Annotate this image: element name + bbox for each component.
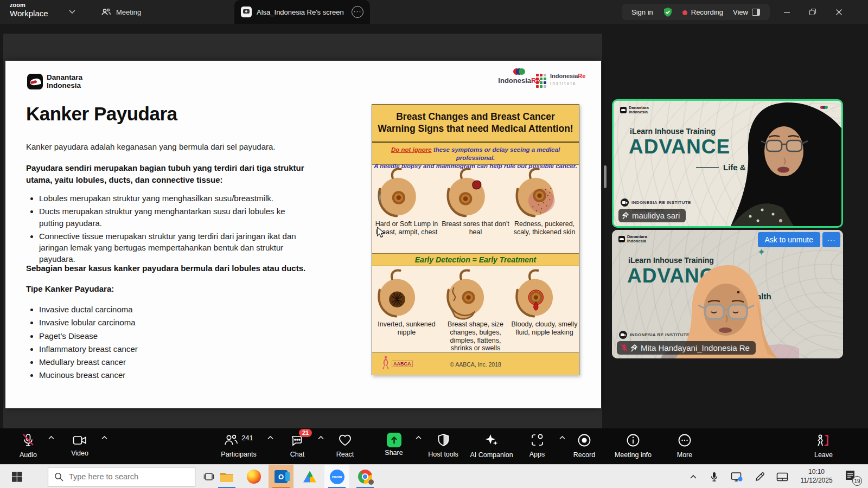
tile-more-options-button[interactable]: ··· (822, 232, 840, 247)
apps-icon (531, 433, 544, 447)
taskbar-zoom[interactable]: zoom (324, 465, 349, 488)
microphone-muted-icon (621, 344, 628, 352)
participants-count: 241 (241, 434, 253, 442)
shield-icon (437, 433, 450, 447)
taskbar-firefox[interactable] (241, 465, 266, 488)
clock-time: 10:10 (793, 467, 840, 476)
more-button[interactable]: More (652, 433, 717, 459)
recording-dot-icon (682, 10, 687, 15)
slide-intro: Kanker payudara adalah keganasan yang be… (26, 142, 275, 151)
ai-sparkle-icon (484, 433, 499, 447)
window-close-button[interactable] (829, 0, 848, 24)
institute-watermark: INDONESIA RE INSTITUTE (619, 331, 690, 339)
inverted-nipple-illustration (372, 268, 422, 320)
chat-unread-badge: 21 (299, 429, 312, 437)
google-drive-icon (303, 471, 316, 483)
tab-options-ellipsis-icon[interactable]: ··· (352, 6, 363, 18)
workspace-chevron-down-icon[interactable] (68, 9, 76, 14)
types-heading: Tipe Kanker Payudara: (26, 284, 114, 293)
taskbar-file-explorer[interactable] (214, 465, 239, 488)
breast-lump-illustration (372, 167, 423, 220)
tab-meeting[interactable]: Meeting (93, 0, 149, 24)
danantara-logo: DanantaraIndonesia (27, 74, 82, 89)
tray-display-icon[interactable] (726, 465, 748, 488)
tab-screen-share[interactable]: Alsa_Indonesia Re's screen ··· (234, 0, 370, 24)
firefox-icon (247, 470, 261, 484)
screen-share-icon (241, 7, 252, 17)
infographic-row-1: Hard or Soft Lump in breast, armpit, che… (372, 165, 579, 253)
zoom-icon: zoom (330, 470, 344, 484)
taskbar-google-drive[interactable] (297, 465, 322, 488)
tray-pen-icon[interactable] (750, 465, 769, 488)
notification-center-button[interactable]: 19 (844, 470, 858, 484)
video-tile-maulidya[interactable]: DanantaraIndonesia :::::: iLearn Inhouse… (612, 99, 843, 228)
list-item: Mucinous breast cancer (39, 369, 310, 381)
ellipsis-circle-icon (678, 433, 692, 447)
info-icon (626, 433, 640, 447)
zoom-workplace-logo: zoom Workplace (10, 2, 48, 17)
tray-show-hidden-icons[interactable] (684, 465, 703, 488)
taskbar-clock[interactable]: 10:10 11/12/2025 (793, 467, 840, 485)
indonesia-re-institute-logo: IndonesiaRe Institute (536, 73, 585, 88)
notification-count-badge: 19 (852, 476, 862, 486)
view-button[interactable]: View (733, 8, 760, 16)
institute-watermark: INDONESIA RE INSTITUTE (621, 198, 691, 207)
list-item: Ducts merupakan struktur yang menghantar… (39, 206, 310, 229)
microphone-muted-icon (22, 433, 35, 447)
video-camera-icon (73, 433, 87, 447)
taskbar-search[interactable] (48, 467, 195, 486)
titlebar: zoom Workplace Meeting Alsa_Indonesia Re… (0, 0, 868, 24)
share-screen-icon (387, 433, 401, 447)
mouse-cursor (376, 227, 387, 239)
breast-sore-illustration (441, 167, 492, 220)
infographic-footer: AABCA © AABCA, Inc. 2018 (372, 353, 579, 375)
camera-badge-icon (619, 331, 627, 339)
tray-microphone-icon[interactable] (704, 465, 724, 488)
list-item: Connective tissue merupakan struktur yan… (39, 230, 310, 265)
windows-taskbar: O zoom (0, 464, 868, 488)
clock-date: 11/12/2025 (793, 476, 840, 485)
video-tile-mita[interactable]: DanantaraIndonesia iLearn Inhouse Traini… (612, 230, 843, 358)
taskbar-chrome[interactable] (353, 465, 378, 488)
danantara-mini-logo: DanantaraIndonesia (618, 235, 647, 243)
tray-touchpad-icon[interactable] (771, 465, 793, 488)
chrome-icon (358, 470, 372, 484)
presentation-slide: DanantaraIndonesia IndonesiaRe Indonesia… (5, 61, 601, 408)
ask-to-unmute-button[interactable]: Ask to unmute (758, 232, 821, 247)
danantara-logo-icon (27, 74, 43, 89)
leave-button[interactable]: Leave (791, 433, 856, 459)
window-restore-button[interactable] (803, 0, 822, 24)
structure-list: Lobules merupakan struktur yang menghasi… (28, 192, 310, 267)
taskbar-outlook[interactable]: O (269, 465, 293, 488)
security-shield-icon[interactable] (663, 7, 673, 17)
sign-in-button[interactable]: Sign in (631, 8, 653, 16)
video-options-chevron[interactable] (101, 435, 108, 441)
participant-name-maulidya: maulidya sari (618, 209, 686, 222)
pink-ribbon-icon (382, 356, 390, 370)
view-layout-icon (752, 9, 760, 16)
outlook-icon: O (275, 470, 288, 483)
panel-resize-handle[interactable] (604, 165, 607, 188)
list-item: Inflammatory breast cancer (39, 343, 310, 355)
list-item: Invasive lobular carcinoma (39, 317, 310, 328)
infographic-warning: Do not ignore these symptoms or delay se… (372, 143, 579, 165)
window-minimize-button[interactable] (777, 0, 796, 24)
search-input[interactable] (69, 472, 183, 481)
dot-grid-icon (536, 74, 546, 88)
breast-shape-change-illustration (441, 268, 491, 320)
start-button[interactable] (4, 465, 29, 488)
aabca-logo: AABCA (382, 356, 413, 370)
participant-name-mita: Mita Handayani_Indonesia Re (617, 341, 756, 355)
infographic-row-2: Inverted, sunkened nipple Breast shape, … (372, 266, 579, 353)
slide-title: Kanker Payudara (26, 103, 177, 125)
search-icon (54, 472, 63, 481)
slide-note: Sebagian besar kasus kanker payudara ber… (26, 264, 362, 273)
people-icon (101, 8, 111, 17)
list-item: Medullary breast cancer (39, 356, 310, 368)
types-list: Invasive ductal carcinoma Invasive lobul… (28, 304, 310, 383)
infographic-band: Early Detection = Early Treatment (372, 253, 579, 266)
participants-button[interactable]: 241 Participants (206, 433, 271, 458)
leave-meeting-icon (816, 433, 831, 447)
zoom-workplace-window: zoom Workplace Meeting Alsa_Indonesia Re… (0, 0, 868, 488)
danantara-mini-logo: DanantaraIndonesia (620, 106, 649, 114)
